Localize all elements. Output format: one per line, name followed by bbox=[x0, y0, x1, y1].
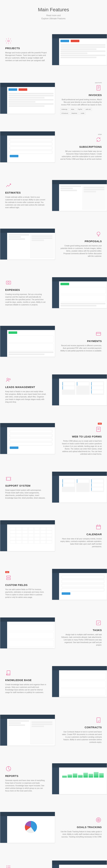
screenshot-mock bbox=[0, 83, 55, 114]
screenshot-mock bbox=[0, 617, 55, 649]
screenshot-mock bbox=[0, 131, 55, 162]
svg-point-9 bbox=[8, 282, 9, 283]
text-block: stripeSUBSCRIPTIONSBill your customers i… bbox=[58, 132, 104, 162]
svg-point-28 bbox=[98, 819, 99, 820]
check-icon bbox=[95, 620, 102, 627]
svg-rect-23 bbox=[97, 621, 101, 625]
section-description: Use Contracts feature to lock in current… bbox=[60, 731, 102, 744]
section-title: CUSTOM FIELDS bbox=[5, 584, 47, 586]
section-description: Keep track of leads in one place and eas… bbox=[5, 390, 47, 403]
text-block: EXPENSESCreating recurring expenses. Set… bbox=[3, 278, 49, 308]
svg-point-26 bbox=[96, 818, 101, 822]
svg-rect-17 bbox=[97, 525, 101, 529]
feature-section-webforms: newWEB TO LEAD FORMSPerfex CRM allows yo… bbox=[0, 414, 107, 463]
svg-rect-10 bbox=[96, 332, 101, 335]
section-title: PAYMENTS bbox=[60, 340, 102, 342]
feature-section-leads: LEADS MANAGEMENTKeep track of leads in o… bbox=[0, 366, 107, 414]
text-block: TASKSAssign task to multiple staff membe… bbox=[58, 618, 104, 648]
feature-section-subscriptions: stripeSUBSCRIPTIONSBill your customers i… bbox=[0, 123, 107, 171]
feature-section-contracts: CONTRACTSUse Contracts feature to lock i… bbox=[0, 706, 107, 754]
feature-section-projects: PROJECTSManage and invoice projects with… bbox=[0, 25, 107, 74]
svg-rect-14 bbox=[97, 427, 100, 432]
svg-point-27 bbox=[97, 819, 100, 821]
text-block: LEADS MANAGEMENTKeep track of leads in o… bbox=[3, 375, 49, 405]
screenshot-mock bbox=[0, 228, 55, 260]
feature-section-knowledge: KNOWLEDGE BASECreate knowledge base arti… bbox=[0, 657, 107, 706]
card-icon bbox=[95, 331, 102, 338]
money-icon bbox=[5, 279, 12, 287]
svg-point-0 bbox=[8, 40, 9, 42]
feature-section-todo: PERSONAL TODO LISTEvery staff member hav… bbox=[0, 852, 107, 868]
text-block: PROJECTSManage and invoice projects with… bbox=[3, 36, 49, 64]
payment-logo: instamojo bbox=[60, 108, 69, 111]
bulb-icon bbox=[95, 231, 102, 238]
text-block: ESTIMATESCreate estimate within a minute… bbox=[3, 180, 49, 211]
section-title: GOALS TRACKING bbox=[60, 826, 102, 829]
brand-label: stripe bbox=[60, 133, 102, 135]
feature-section-goals: GOALS TRACKINGUse the Goals Tracking fea… bbox=[0, 803, 107, 852]
text-block: newWEB TO LEAD FORMSPerfex CRM allows yo… bbox=[58, 420, 104, 457]
section-title: SUPPORT SYSTEM bbox=[5, 484, 47, 487]
section-title: SUBSCRIPTIONS bbox=[60, 145, 102, 148]
users-icon bbox=[5, 376, 12, 384]
text-block: PERSONAL TODO LISTEvery staff member hav… bbox=[3, 862, 49, 868]
screenshot-mock bbox=[0, 326, 55, 357]
section-description: Creating recurring expenses. Set up a re… bbox=[5, 293, 47, 306]
text-block: PAYMENTSRecord and receive payments in d… bbox=[58, 329, 104, 354]
svg-point-13 bbox=[9, 379, 10, 380]
feature-section-estimates: ESTIMATESCreate estimate within a minute… bbox=[0, 171, 107, 220]
feature-section-invoices: paymentsINVOICESBuild professional and g… bbox=[0, 74, 107, 123]
book-icon bbox=[5, 670, 12, 677]
text-block: PROPOSALSCreate good looking proposals a… bbox=[58, 229, 104, 259]
screenshot-mock bbox=[52, 34, 107, 65]
section-title: PROPOSALS bbox=[60, 240, 102, 243]
new-badge: new bbox=[5, 571, 9, 573]
feature-section-tasks: TASKSAssign task to multiple staff membe… bbox=[0, 609, 107, 657]
section-description: Manage and invoice projects with the pow… bbox=[5, 51, 47, 62]
section-title: ESTIMATES bbox=[5, 191, 47, 194]
text-block: REPORTSGenerate reports and have clear v… bbox=[3, 764, 49, 794]
svg-point-33 bbox=[7, 867, 7, 867]
text-block: paymentsINVOICESBuild professional and g… bbox=[58, 80, 104, 117]
screenshot-mock bbox=[0, 812, 55, 843]
section-description: Create estimate within a minute. Sent to… bbox=[5, 196, 47, 209]
svg-rect-21 bbox=[7, 576, 10, 577]
target-icon bbox=[95, 817, 102, 824]
screenshot-mock bbox=[0, 520, 55, 551]
section-description: Great support ticket system with autores… bbox=[5, 489, 47, 499]
feature-section-reports: REPORTSGenerate reports and have clear v… bbox=[0, 754, 107, 803]
svg-rect-1 bbox=[97, 85, 100, 90]
section-title: WEB TO LEAD FORMS bbox=[60, 435, 102, 438]
section-description: Record and receive payments in different… bbox=[60, 344, 102, 352]
cal-icon bbox=[95, 524, 102, 531]
payment-logo: Braintree bbox=[70, 112, 78, 115]
fields-icon bbox=[5, 575, 12, 582]
screenshot-mock bbox=[52, 277, 107, 308]
payment-logo: stripe bbox=[70, 108, 76, 111]
screenshot-mock bbox=[52, 569, 107, 600]
screenshot-mock bbox=[52, 860, 107, 868]
list-icon bbox=[5, 864, 12, 868]
text-block: CALENDARHave clear view of all your comp… bbox=[58, 522, 104, 550]
screenshot-mock bbox=[52, 763, 107, 795]
section-description: Create good looking proposals and impres… bbox=[60, 244, 102, 257]
doc-icon bbox=[95, 85, 102, 92]
feature-section-payments: PAYMENTSRecord and receive payments in d… bbox=[0, 317, 107, 366]
feature-section-calendar: CALENDARHave clear view of all your comp… bbox=[0, 512, 107, 560]
screenshot-mock bbox=[0, 423, 55, 454]
feature-section-expenses: EXPENSESCreating recurring expenses. Set… bbox=[0, 268, 107, 317]
pie-icon bbox=[5, 766, 12, 773]
growth-icon bbox=[5, 182, 12, 189]
payment-logo: PayPal bbox=[77, 108, 83, 111]
section-title: LEADS MANAGEMENT bbox=[5, 385, 47, 389]
section-title: PROJECTS bbox=[5, 47, 47, 50]
feature-section-support: SUPPORT SYSTEMGreat support ticket syste… bbox=[0, 463, 107, 512]
page-subtitle: Read more andExplore Ultimate Features bbox=[3, 14, 104, 20]
svg-rect-22 bbox=[7, 578, 10, 580]
text-block: CONTRACTSUse Contracts feature to lock i… bbox=[58, 715, 104, 745]
section-description: Bill your customers in a more faster way… bbox=[60, 150, 102, 160]
payment-logo: auth.net bbox=[84, 108, 92, 111]
section-description: Build professional and great looking inv… bbox=[60, 98, 102, 106]
screenshot-mock bbox=[52, 666, 107, 697]
svg-rect-24 bbox=[97, 718, 100, 722]
